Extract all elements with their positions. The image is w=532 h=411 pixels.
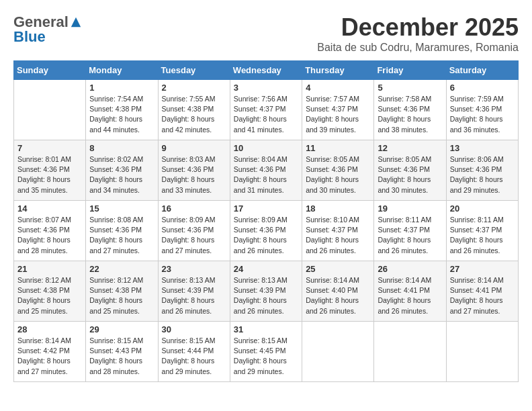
day-number: 30 xyxy=(162,324,226,334)
calendar-cell: 13Sunrise: 8:06 AMSunset: 4:36 PMDayligh… xyxy=(446,140,518,201)
day-number: 9 xyxy=(162,143,226,153)
weekday-header-thursday: Thursday xyxy=(302,61,374,80)
calendar-cell: 22Sunrise: 8:12 AMSunset: 4:38 PMDayligh… xyxy=(86,261,158,322)
subtitle: Baita de sub Codru, Maramures, Romania xyxy=(317,42,519,54)
day-number: 25 xyxy=(306,264,370,274)
day-info: Sunrise: 8:12 AMSunset: 4:38 PMDaylight:… xyxy=(17,275,82,316)
calendar-cell: 19Sunrise: 8:11 AMSunset: 4:37 PMDayligh… xyxy=(374,201,446,261)
logo: General Blue xyxy=(13,13,82,46)
day-number: 13 xyxy=(450,143,515,153)
logo-icon xyxy=(70,16,82,28)
day-number: 14 xyxy=(17,203,82,214)
day-info: Sunrise: 8:01 AMSunset: 4:36 PMDaylight:… xyxy=(17,154,82,195)
day-info: Sunrise: 8:05 AMSunset: 4:36 PMDaylight:… xyxy=(378,154,442,195)
calendar-cell: 29Sunrise: 8:15 AMSunset: 4:43 PMDayligh… xyxy=(86,322,158,382)
calendar-cell: 5Sunrise: 7:58 AMSunset: 4:36 PMDaylight… xyxy=(374,80,446,140)
day-number: 15 xyxy=(89,203,154,214)
calendar-cell: 23Sunrise: 8:13 AMSunset: 4:39 PMDayligh… xyxy=(158,261,230,322)
day-number: 20 xyxy=(450,203,515,214)
day-info: Sunrise: 8:14 AMSunset: 4:41 PMDaylight:… xyxy=(450,275,515,316)
calendar-week-3: 14Sunrise: 8:07 AMSunset: 4:36 PMDayligh… xyxy=(14,201,519,261)
calendar-cell xyxy=(14,80,86,140)
day-number: 8 xyxy=(89,143,154,153)
day-info: Sunrise: 8:10 AMSunset: 4:37 PMDaylight:… xyxy=(306,215,370,256)
calendar-cell: 21Sunrise: 8:12 AMSunset: 4:38 PMDayligh… xyxy=(14,261,86,322)
weekday-header-friday: Friday xyxy=(374,61,446,80)
calendar-cell: 16Sunrise: 8:09 AMSunset: 4:36 PMDayligh… xyxy=(158,201,230,261)
title-block: December 2025 Baita de sub Codru, Maramu… xyxy=(317,13,519,54)
calendar-cell: 20Sunrise: 8:11 AMSunset: 4:37 PMDayligh… xyxy=(446,201,518,261)
calendar-cell: 8Sunrise: 8:02 AMSunset: 4:36 PMDaylight… xyxy=(86,140,158,201)
calendar-cell: 3Sunrise: 7:56 AMSunset: 4:37 PMDaylight… xyxy=(230,80,302,140)
day-info: Sunrise: 8:02 AMSunset: 4:36 PMDaylight:… xyxy=(89,154,154,195)
day-number: 10 xyxy=(234,143,298,153)
day-number: 5 xyxy=(378,83,442,93)
day-info: Sunrise: 8:15 AMSunset: 4:43 PMDaylight:… xyxy=(89,336,154,377)
day-info: Sunrise: 7:56 AMSunset: 4:37 PMDaylight:… xyxy=(234,94,298,135)
calendar-cell xyxy=(302,322,374,382)
calendar-cell: 30Sunrise: 8:15 AMSunset: 4:44 PMDayligh… xyxy=(158,322,230,382)
calendar-cell: 27Sunrise: 8:14 AMSunset: 4:41 PMDayligh… xyxy=(446,261,518,322)
day-number: 1 xyxy=(89,83,154,93)
calendar-cell: 6Sunrise: 7:59 AMSunset: 4:36 PMDaylight… xyxy=(446,80,518,140)
day-info: Sunrise: 8:07 AMSunset: 4:36 PMDaylight:… xyxy=(17,215,82,256)
day-info: Sunrise: 8:03 AMSunset: 4:36 PMDaylight:… xyxy=(162,154,226,195)
day-number: 23 xyxy=(162,264,226,274)
day-info: Sunrise: 8:15 AMSunset: 4:44 PMDaylight:… xyxy=(162,336,226,377)
page-header: General Blue December 2025 Baita de sub … xyxy=(13,13,519,54)
weekday-header-monday: Monday xyxy=(86,61,158,80)
calendar-cell: 11Sunrise: 8:05 AMSunset: 4:36 PMDayligh… xyxy=(302,140,374,201)
day-number: 18 xyxy=(306,203,370,214)
calendar-cell xyxy=(374,322,446,382)
day-number: 2 xyxy=(162,83,226,93)
day-number: 16 xyxy=(162,203,226,214)
calendar-cell: 9Sunrise: 8:03 AMSunset: 4:36 PMDaylight… xyxy=(158,140,230,201)
weekday-header-tuesday: Tuesday xyxy=(158,61,230,80)
day-number: 29 xyxy=(89,324,154,334)
day-info: Sunrise: 8:14 AMSunset: 4:42 PMDaylight:… xyxy=(17,336,82,377)
day-info: Sunrise: 8:06 AMSunset: 4:36 PMDaylight:… xyxy=(450,154,515,195)
day-info: Sunrise: 7:58 AMSunset: 4:36 PMDaylight:… xyxy=(378,94,442,135)
weekday-header-saturday: Saturday xyxy=(446,61,518,80)
day-info: Sunrise: 8:09 AMSunset: 4:36 PMDaylight:… xyxy=(234,215,298,256)
calendar-header: SundayMondayTuesdayWednesdayThursdayFrid… xyxy=(14,61,519,80)
day-number: 21 xyxy=(17,264,82,274)
calendar-week-1: 1Sunrise: 7:54 AMSunset: 4:38 PMDaylight… xyxy=(14,80,519,140)
day-number: 11 xyxy=(306,143,370,153)
day-number: 22 xyxy=(89,264,154,274)
day-info: Sunrise: 8:11 AMSunset: 4:37 PMDaylight:… xyxy=(378,215,442,256)
day-info: Sunrise: 8:14 AMSunset: 4:40 PMDaylight:… xyxy=(306,275,370,316)
calendar-cell: 25Sunrise: 8:14 AMSunset: 4:40 PMDayligh… xyxy=(302,261,374,322)
day-number: 26 xyxy=(378,264,442,274)
calendar-cell: 12Sunrise: 8:05 AMSunset: 4:36 PMDayligh… xyxy=(374,140,446,201)
calendar-cell: 1Sunrise: 7:54 AMSunset: 4:38 PMDaylight… xyxy=(86,80,158,140)
calendar-week-5: 28Sunrise: 8:14 AMSunset: 4:42 PMDayligh… xyxy=(14,322,519,382)
calendar-cell: 17Sunrise: 8:09 AMSunset: 4:36 PMDayligh… xyxy=(230,201,302,261)
weekday-header-wednesday: Wednesday xyxy=(230,61,302,80)
day-info: Sunrise: 8:13 AMSunset: 4:39 PMDaylight:… xyxy=(162,275,226,316)
day-info: Sunrise: 8:15 AMSunset: 4:45 PMDaylight:… xyxy=(234,336,298,377)
day-info: Sunrise: 7:57 AMSunset: 4:37 PMDaylight:… xyxy=(306,94,370,135)
day-number: 27 xyxy=(450,264,515,274)
calendar-cell: 31Sunrise: 8:15 AMSunset: 4:45 PMDayligh… xyxy=(230,322,302,382)
day-number: 4 xyxy=(306,83,370,93)
day-info: Sunrise: 8:13 AMSunset: 4:39 PMDaylight:… xyxy=(234,275,298,316)
day-info: Sunrise: 8:05 AMSunset: 4:36 PMDaylight:… xyxy=(306,154,370,195)
weekday-header-sunday: Sunday xyxy=(14,61,86,80)
day-number: 28 xyxy=(17,324,82,334)
day-number: 3 xyxy=(234,83,298,93)
day-number: 7 xyxy=(17,143,82,153)
calendar-body: 1Sunrise: 7:54 AMSunset: 4:38 PMDaylight… xyxy=(14,80,519,382)
day-info: Sunrise: 8:04 AMSunset: 4:36 PMDaylight:… xyxy=(234,154,298,195)
calendar-cell: 2Sunrise: 7:55 AMSunset: 4:38 PMDaylight… xyxy=(158,80,230,140)
calendar-cell: 10Sunrise: 8:04 AMSunset: 4:36 PMDayligh… xyxy=(230,140,302,201)
day-info: Sunrise: 7:55 AMSunset: 4:38 PMDaylight:… xyxy=(162,94,226,135)
calendar-cell: 28Sunrise: 8:14 AMSunset: 4:42 PMDayligh… xyxy=(14,322,86,382)
calendar-cell: 18Sunrise: 8:10 AMSunset: 4:37 PMDayligh… xyxy=(302,201,374,261)
day-number: 6 xyxy=(450,83,515,93)
calendar-week-4: 21Sunrise: 8:12 AMSunset: 4:38 PMDayligh… xyxy=(14,261,519,322)
day-number: 17 xyxy=(234,203,298,214)
day-info: Sunrise: 8:14 AMSunset: 4:41 PMDaylight:… xyxy=(378,275,442,316)
day-info: Sunrise: 8:11 AMSunset: 4:37 PMDaylight:… xyxy=(450,215,515,256)
day-number: 19 xyxy=(378,203,442,214)
